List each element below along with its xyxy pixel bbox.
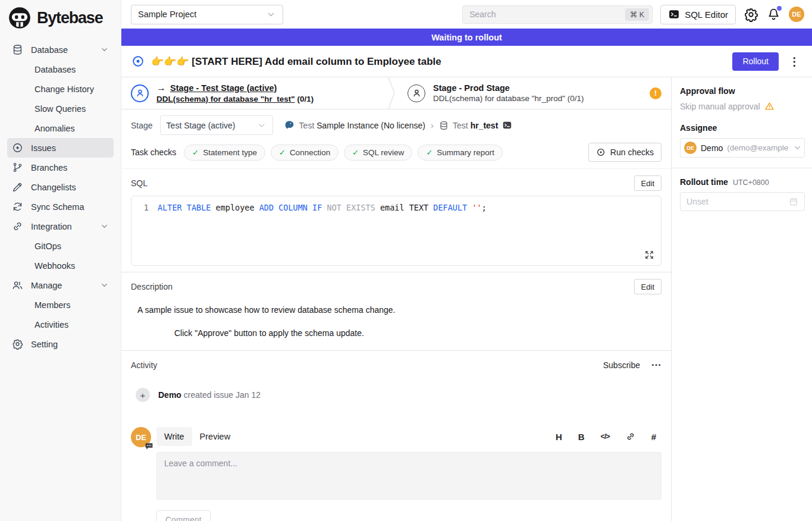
comment-bubble-icon — [145, 442, 153, 450]
sidebar-item-label: GitOps — [35, 241, 61, 251]
sql-code-line: ALTER TABLE employee ADD COLUMN IF NOT E… — [158, 203, 487, 265]
settings-gear-icon[interactable] — [744, 7, 758, 22]
search-input[interactable] — [469, 10, 625, 19]
sidebar-item-sync-schema[interactable]: Sync Schema — [7, 197, 114, 216]
sql-edit-button[interactable]: Edit — [634, 175, 661, 191]
heading-icon[interactable]: H — [556, 432, 562, 442]
description-edit-button[interactable]: Edit — [634, 279, 661, 294]
sidebar-item-manage[interactable]: Manage — [7, 275, 114, 295]
issue-menu-icon[interactable]: ⋮ — [785, 55, 804, 68]
stage-title: Stage - Prod Stage — [433, 83, 510, 93]
comment-input[interactable] — [157, 453, 661, 499]
main-area: Sample Project ⌘ K SQL Editor — [121, 0, 812, 521]
comment-editor: DE Write Preview H B </> — [131, 427, 661, 521]
comment-button[interactable]: Comment — [156, 510, 211, 521]
search-box[interactable]: ⌘ K — [462, 5, 653, 24]
sidebar-item-label: Changelists — [31, 183, 76, 192]
stage-separator — [388, 77, 398, 109]
rollout-button[interactable]: Rollout — [732, 52, 779, 71]
task-check-pill-summary-report[interactable]: ✓Summary report — [418, 145, 503, 161]
task-check-pill-statement-type[interactable]: ✓Statement type — [184, 145, 265, 161]
assignee-select[interactable]: DE Demo (demo@example — [680, 138, 805, 158]
topbar: Sample Project ⌘ K SQL Editor — [121, 0, 812, 29]
status-banner-text: Waiting to rollout — [431, 33, 502, 42]
sidebar-item-webhooks[interactable]: Webhooks — [7, 256, 114, 275]
subscribe-button[interactable]: Subscribe — [603, 360, 640, 370]
link-icon[interactable] — [626, 432, 635, 441]
sidebar-item-branches[interactable]: Branches — [7, 158, 114, 177]
check-icon: ✓ — [279, 148, 286, 157]
postgresql-icon — [284, 120, 295, 131]
sidebar-item-label: Activities — [35, 320, 68, 329]
stage-count: (0/1) — [568, 94, 584, 103]
sidebar-item-label: Slow Queries — [35, 104, 86, 114]
sidebar-item-label: Databases — [35, 65, 76, 74]
activity-action: created issue Jan 12 — [184, 390, 261, 400]
logo[interactable]: Bytebase — [0, 0, 121, 34]
tab-preview[interactable]: Preview — [192, 427, 239, 446]
bytebase-logo-icon — [7, 5, 32, 30]
sidebar-item-database[interactable]: Database — [7, 40, 114, 59]
sidebar-item-changelists[interactable]: Changelists — [7, 177, 114, 197]
check-icon: ✓ — [426, 148, 432, 157]
task-checks-row: Task checks ✓Statement type✓Connection✓S… — [121, 140, 671, 169]
project-select[interactable]: Sample Project — [131, 5, 283, 24]
user-avatar[interactable]: DE — [789, 7, 804, 22]
sidebar-item-issues[interactable]: Issues — [7, 138, 114, 158]
issue-open-icon — [131, 55, 145, 68]
sidebar-item-activities[interactable]: Activities — [7, 315, 114, 334]
description-paragraph: Click "Approve" button to apply the sche… — [174, 328, 661, 338]
sidebar-item-slow-queries[interactable]: Slow Queries — [7, 99, 114, 118]
approval-flow-title: Approval flow — [680, 86, 805, 96]
chevron-down-icon — [100, 281, 109, 290]
sidebar-nav: DatabaseDatabasesChange HistorySlow Quer… — [0, 34, 121, 360]
issues-icon — [12, 142, 23, 153]
warning-triangle-icon — [764, 101, 775, 111]
issue-title-row: 👉👉👉 [START HERE] Add email column to Emp… — [121, 46, 812, 77]
database-icon — [12, 44, 23, 55]
code-icon[interactable]: </> — [601, 432, 610, 441]
assignee-person-icon — [131, 84, 149, 102]
sql-label: SQL — [131, 178, 148, 188]
task-check-pill-sql-review[interactable]: ✓SQL review — [344, 145, 412, 161]
sidebar-item-label: Anomalies — [35, 124, 75, 133]
bold-icon[interactable]: B — [578, 432, 585, 442]
arrow-right-icon: → — [156, 83, 166, 93]
rollout-time-input[interactable]: Unset — [680, 192, 805, 211]
sidebar-item-gitops[interactable]: GitOps — [7, 236, 114, 256]
hash-icon[interactable]: # — [651, 432, 656, 442]
chevron-down-icon — [257, 121, 267, 130]
chevron-down-icon — [793, 143, 802, 152]
stage-select-label: Stage — [131, 121, 153, 130]
status-banner: Waiting to rollout — [121, 29, 812, 46]
stage-select[interactable]: Test Stage (active) — [160, 115, 273, 135]
instance-link[interactable]: Test Sample Instance (No license) — [299, 121, 425, 130]
database-link[interactable]: Test hr_test — [453, 121, 498, 130]
changelist-icon — [12, 181, 23, 193]
sidebar-item-integration[interactable]: Integration — [7, 216, 114, 236]
run-checks-button[interactable]: Run checks — [588, 143, 661, 162]
activity-menu-icon[interactable]: ··· — [651, 362, 661, 368]
chevron-down-icon — [266, 10, 276, 20]
notifications-bell-icon[interactable] — [766, 7, 781, 22]
task-check-pill-connection[interactable]: ✓Connection — [271, 145, 338, 161]
stage-warning-icon: ! — [650, 87, 661, 99]
sidebar-item-setting[interactable]: Setting — [7, 334, 114, 354]
run-checks-label: Run checks — [610, 147, 654, 157]
sidebar-item-anomalies[interactable]: Anomalies — [7, 118, 114, 138]
issue-title: 👉👉👉 [START HERE] Add email column to Emp… — [151, 55, 726, 68]
open-sql-editor-icon[interactable] — [502, 120, 512, 130]
sidebar-item-change-history[interactable]: Change History — [7, 79, 114, 99]
stage-card-test[interactable]: →Stage - Test Stage (active) DDL(schema)… — [121, 77, 388, 109]
chevron-right-icon: › — [429, 120, 435, 130]
task-check-label: Summary report — [437, 148, 494, 157]
tab-write[interactable]: Write — [156, 427, 192, 446]
expand-icon[interactable] — [644, 250, 654, 260]
sidebar-item-label: Webhooks — [35, 261, 75, 271]
sql-editor-button[interactable]: SQL Editor — [660, 5, 736, 24]
sql-code-block[interactable]: 1 ALTER TABLE employee ADD COLUMN IF NOT… — [131, 196, 661, 266]
stage-card-prod[interactable]: Stage - Prod Stage DDL(schema) for datab… — [398, 77, 671, 109]
sql-editor-label: SQL Editor — [685, 10, 728, 20]
sidebar-item-members[interactable]: Members — [7, 295, 114, 315]
sidebar-item-databases[interactable]: Databases — [7, 59, 114, 79]
